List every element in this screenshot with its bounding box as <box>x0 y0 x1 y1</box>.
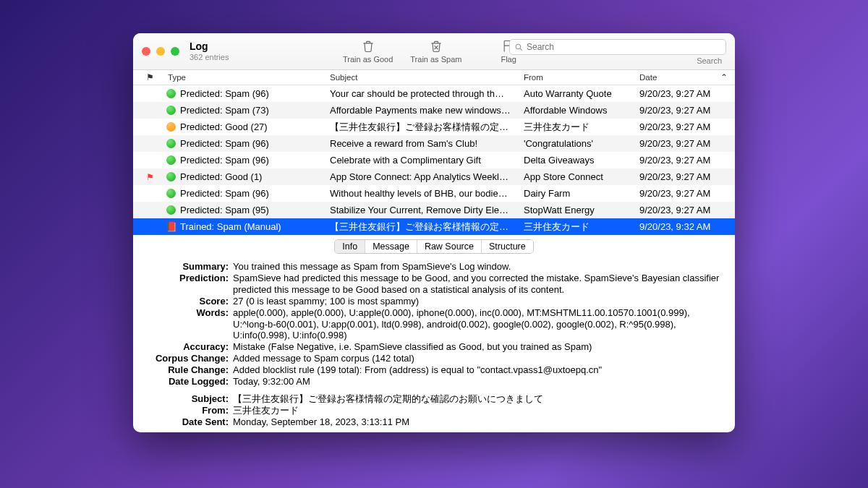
cell-from: App Store Connect <box>524 171 639 182</box>
search-box[interactable] <box>509 39 726 55</box>
log-window: Log 362 entries Train as Good Train as S… <box>133 33 735 432</box>
tab-info[interactable]: Info <box>335 240 365 253</box>
cell-subject: App Store Connect: App Analytics Weekl… <box>330 171 524 182</box>
header-type[interactable]: Type <box>166 73 330 82</box>
cell-date: 9/20/23, 9:27 AM <box>639 155 735 166</box>
table-row[interactable]: Predicted: Spam (95)Stabilize Your Curre… <box>133 202 735 218</box>
cell-from: 三井住友カード <box>524 221 639 234</box>
status-dot-green <box>166 205 176 215</box>
cell-subject: Without healthy levels of BHB, our bodie… <box>330 188 524 199</box>
detail-row: Summary:You trained this message as Spam… <box>140 261 722 273</box>
table-row[interactable]: Predicted: Spam (96)Without healthy leve… <box>133 185 735 202</box>
cell-type: Predicted: Good (1) <box>166 171 330 182</box>
detail-row: Score:27 (0 is least spammy; 100 is most… <box>140 296 722 307</box>
detail-value: Monday, September 18, 2023, 3:13:11 PM <box>233 416 722 428</box>
cell-date: 9/20/23, 9:27 AM <box>639 205 735 215</box>
type-text: Predicted: Spam (73) <box>180 105 269 116</box>
cell-type: Predicted: Spam (96) <box>166 138 330 149</box>
type-text: Trained: Spam (Manual) <box>180 221 281 232</box>
detail-row: Date Sent:Monday, September 18, 2023, 3:… <box>140 416 722 428</box>
cell-type: Predicted: Spam (95) <box>166 205 330 215</box>
cell-type: 📕Trained: Spam (Manual) <box>166 221 330 232</box>
svg-point-0 <box>516 44 521 48</box>
minimize-button[interactable] <box>156 47 165 56</box>
header-flag[interactable]: ⚑ <box>133 72 166 82</box>
cell-from: Auto Warranty Quote <box>524 88 639 99</box>
table-row[interactable]: Predicted: Spam (96)Celebrate with a Com… <box>133 152 735 168</box>
cell-date: 9/20/23, 9:32 AM <box>639 221 735 232</box>
detail-label: Subject: <box>140 393 229 405</box>
window-title: Log <box>190 41 229 52</box>
red-flag-icon: ⚑ <box>146 172 154 182</box>
cell-date: 9/20/23, 9:27 AM <box>639 105 735 116</box>
detail-row: From:三井住友カード <box>140 405 722 416</box>
detail-value: 27 (0 is least spammy; 100 is most spamm… <box>233 296 722 307</box>
close-button[interactable] <box>142 47 150 56</box>
trash-good-icon <box>361 39 375 53</box>
detail-row: Accuracy:Mistake (False Negative, i.e. S… <box>140 341 722 353</box>
header-date-label: Date <box>639 73 657 82</box>
cell-subject: Stabilize Your Current, Remove Dirty Ele… <box>330 205 524 215</box>
search-icon <box>514 43 524 52</box>
column-headers: ⚑ Type Subject From Date ⌃ <box>133 70 735 86</box>
maximize-button[interactable] <box>171 47 179 56</box>
cell-flag: ⚑ <box>133 172 166 182</box>
log-table: Predicted: Spam (96)Your car should be p… <box>133 85 735 235</box>
cell-type: Predicted: Good (27) <box>166 121 330 132</box>
detail-label: Accuracy: <box>140 341 229 353</box>
train-good-label: Train as Good <box>343 55 393 64</box>
status-dot-green <box>166 89 176 98</box>
tab-raw-source[interactable]: Raw Source <box>417 240 482 253</box>
detail-value: apple(0.000), apple(0.000), U:apple(0.00… <box>233 307 722 342</box>
status-dot-green <box>166 189 176 198</box>
detail-label: Corpus Change: <box>140 353 229 364</box>
table-row[interactable]: ⚑Predicted: Good (1)App Store Connect: A… <box>133 168 735 185</box>
cell-subject: Affordable Payments make new windows… <box>330 105 524 116</box>
search-area: Search <box>509 39 726 65</box>
train-spam-button[interactable]: Train as Spam <box>410 39 461 64</box>
table-row[interactable]: Predicted: Spam (96)Receive a reward fro… <box>133 135 735 152</box>
detail-value: You trained this message as Spam from Sp… <box>233 261 722 273</box>
status-dot-orange <box>166 122 176 132</box>
detail-row: Rule Change:Added blocklist rule (199 to… <box>140 364 722 376</box>
table-row[interactable]: Predicted: Good (27)【三井住友銀行】ご登録お客様情報の定…三… <box>133 119 735 135</box>
table-row[interactable]: 📕Trained: Spam (Manual)【三井住友銀行】ご登録お客様情報の… <box>133 218 735 235</box>
cell-from: Affordable Windows <box>524 105 639 116</box>
detail-row: Subject:【三井住友銀行】ご登録お客様情報の定期的な確認のお願いにつきまし… <box>140 393 722 405</box>
trash-spam-icon <box>429 39 443 53</box>
tab-structure[interactable]: Structure <box>482 240 533 253</box>
table-row[interactable]: Predicted: Spam (96)Your car should be p… <box>133 85 735 102</box>
tab-message[interactable]: Message <box>365 240 417 253</box>
header-from[interactable]: From <box>524 73 639 82</box>
sort-indicator-icon: ⌃ <box>720 72 728 82</box>
table-row[interactable]: Predicted: Spam (73)Affordable Payments … <box>133 102 735 119</box>
title-block: Log 362 entries <box>190 41 229 61</box>
cell-date: 9/20/23, 9:27 AM <box>639 121 735 132</box>
detail-row: Prediction:SpamSieve had predicted this … <box>140 273 722 296</box>
cell-subject: Your car should be protected through th… <box>330 88 524 99</box>
toolbar: Train as Good Train as Spam Flag <box>343 39 516 64</box>
type-text: Predicted: Spam (96) <box>180 138 269 149</box>
cell-subject: Celebrate with a Complimentary Gift <box>330 155 524 166</box>
cell-from: StopWatt Energy <box>524 205 639 215</box>
detail-value: Mistake (False Negative, i.e. SpamSieve … <box>233 341 722 353</box>
train-good-button[interactable]: Train as Good <box>343 39 393 64</box>
status-dot-green <box>166 155 176 165</box>
cell-subject: Receive a reward from Sam's Club! <box>330 138 524 149</box>
cell-from: Delta Giveaways <box>524 155 639 166</box>
cell-type: Predicted: Spam (96) <box>166 88 330 99</box>
type-text: Predicted: Spam (96) <box>180 155 269 166</box>
detail-value: 【三井住友銀行】ご登録お客様情報の定期的な確認のお願いにつきまして <box>233 393 722 405</box>
window-subtitle: 362 entries <box>190 53 229 61</box>
cell-date: 9/20/23, 9:27 AM <box>639 171 735 182</box>
header-date[interactable]: Date ⌃ <box>639 72 735 82</box>
type-text: Predicted: Spam (95) <box>180 205 269 215</box>
cell-from: 'Congratulations' <box>524 138 639 149</box>
search-input[interactable] <box>527 42 721 52</box>
type-text: Predicted: Spam (96) <box>180 188 269 199</box>
detail-label: Summary: <box>140 261 229 273</box>
detail-row: Date Logged:Today, 9:32:00 AM <box>140 376 722 388</box>
detail-label: Words: <box>140 307 229 342</box>
header-subject[interactable]: Subject <box>330 73 524 82</box>
train-spam-label: Train as Spam <box>410 55 461 64</box>
